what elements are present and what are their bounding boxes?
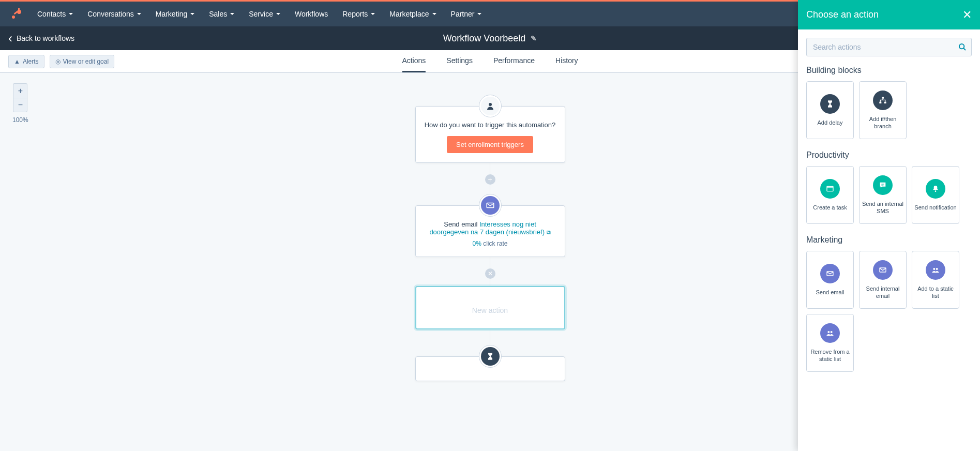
target-icon: ◎ (55, 58, 61, 65)
bell-icon (926, 179, 945, 199)
window-icon (820, 179, 840, 199)
remove-action-button[interactable]: ✕ (485, 268, 495, 279)
tile-label: Remove from a static list (809, 348, 851, 363)
svg-rect-9 (879, 101, 881, 103)
svg-point-18 (933, 268, 935, 270)
tab-settings[interactable]: Settings (446, 50, 473, 72)
svg-point-21 (831, 331, 833, 333)
email-action-text: Send email Interesses nog niet doorgegev… (424, 220, 556, 236)
svg-rect-8 (882, 97, 884, 98)
tile-add-delay[interactable]: Add delay (806, 81, 854, 139)
building-grid: Add delay Add if/then branch (806, 81, 972, 139)
close-icon[interactable]: ✕ (962, 8, 972, 22)
tile-create-task[interactable]: Create a task (806, 166, 854, 224)
tile-add-static-list[interactable]: Add to a static list (912, 251, 959, 309)
email-prefix: Send email (444, 220, 479, 228)
tile-add-branch[interactable]: Add if/then branch (859, 81, 907, 139)
svg-rect-11 (827, 186, 833, 191)
action-panel: Choose an action ✕ Building blocks Add d… (798, 0, 980, 451)
back-to-workflows-link[interactable]: Back to workflows (0, 34, 74, 42)
click-rate: 0% click rate (424, 240, 556, 247)
email-node-icon (479, 194, 502, 217)
envelope-icon (820, 264, 840, 283)
view-edit-goal-button[interactable]: ◎ View or edit goal (50, 55, 115, 68)
tile-internal-sms[interactable]: Send an internal SMS (859, 166, 907, 224)
person-icon (481, 97, 500, 115)
tile-label: Send internal email (862, 285, 904, 300)
new-action-placeholder[interactable]: New action (415, 286, 565, 329)
svg-rect-3 (18, 8, 20, 11)
tab-history[interactable]: History (555, 50, 578, 72)
tabs: Actions Settings Performance History (402, 50, 578, 72)
tile-send-notification[interactable]: Send notification (912, 166, 959, 224)
goal-label: View or edit goal (63, 58, 109, 65)
nav-reports[interactable]: Reports (342, 10, 375, 18)
nav-conversations[interactable]: Conversations (87, 10, 141, 18)
connector (490, 185, 490, 194)
svg-point-19 (936, 268, 938, 270)
workflow-title: Workflow Voorbeeld ✎ (443, 33, 537, 44)
nav-marketplace[interactable]: Marketplace (389, 10, 436, 18)
svg-point-15 (935, 190, 937, 192)
nav-service[interactable]: Service (249, 10, 280, 18)
panel-body: Building blocks Add delay Add if/then br… (798, 29, 980, 392)
alerts-button[interactable]: ▲ Alerts (8, 55, 44, 68)
tile-label: Add if/then branch (862, 115, 904, 130)
section-building-title: Building blocks (806, 66, 972, 75)
zoom-in-button[interactable]: + (13, 83, 27, 98)
connector (490, 329, 490, 345)
new-action-text: New action (472, 306, 508, 314)
workflow-title-text: Workflow Voorbeeld (443, 33, 526, 44)
tile-label: Add delay (818, 119, 843, 126)
connector (490, 163, 490, 174)
search-input[interactable] (806, 38, 972, 56)
tile-send-internal-email[interactable]: Send internal email (859, 251, 907, 309)
tile-send-email[interactable]: Send email (806, 251, 854, 309)
set-enrollment-triggers-button[interactable]: Set enrollment triggers (447, 136, 533, 153)
nav-contacts[interactable]: Contacts (37, 10, 73, 18)
tile-label: Create a task (813, 204, 847, 211)
tile-label: Add to a static list (914, 285, 957, 300)
svg-point-0 (12, 16, 15, 19)
tile-remove-static-list[interactable]: Remove from a static list (806, 314, 854, 372)
add-action-button[interactable]: + (485, 174, 495, 185)
delay-node-icon (479, 345, 502, 368)
pencil-icon[interactable]: ✎ (531, 34, 537, 42)
marketing-grid: Send email Send internal email Add to a … (806, 251, 972, 372)
section-productivity-title: Productivity (806, 151, 972, 160)
alerts-label: Alerts (23, 58, 39, 65)
tile-label: Send an internal SMS (862, 200, 904, 215)
section-marketing-title: Marketing (806, 235, 972, 245)
panel-header: Choose an action ✕ (798, 0, 980, 29)
zoom-out-button[interactable]: − (13, 98, 27, 112)
search-icon (958, 43, 967, 51)
chat-icon (873, 175, 893, 195)
warning-icon: ▲ (14, 58, 20, 65)
nav-workflows[interactable]: Workflows (295, 10, 328, 18)
connector (490, 279, 490, 286)
svg-point-4 (489, 103, 492, 106)
zoom-controls: + − 100% (12, 83, 28, 124)
hubspot-logo-icon[interactable] (10, 8, 23, 20)
svg-rect-10 (884, 101, 886, 103)
tile-label: Send notification (914, 204, 956, 211)
envelope-icon (481, 196, 500, 215)
tile-label: Send email (816, 289, 844, 296)
zoom-level: 100% (12, 116, 28, 124)
nav-marketing[interactable]: Marketing (156, 10, 194, 18)
productivity-grid: Create a task Send an internal SMS Send … (806, 166, 972, 224)
workflow-flow: How do you want to trigger this automati… (415, 95, 565, 381)
external-link-icon[interactable]: ⧉ (547, 229, 551, 235)
branch-icon (873, 91, 893, 110)
trigger-node-icon (479, 95, 502, 117)
trigger-question: How do you want to trigger this automati… (424, 121, 556, 129)
tab-performance[interactable]: Performance (493, 50, 535, 72)
hourglass-icon (481, 347, 500, 366)
tab-actions[interactable]: Actions (402, 50, 426, 72)
click-pct: 0% (472, 240, 481, 247)
nav-partner[interactable]: Partner (451, 10, 482, 18)
svg-line-7 (963, 48, 966, 50)
search-wrap (806, 38, 972, 56)
click-suffix: click rate (481, 240, 508, 247)
nav-sales[interactable]: Sales (209, 10, 234, 18)
